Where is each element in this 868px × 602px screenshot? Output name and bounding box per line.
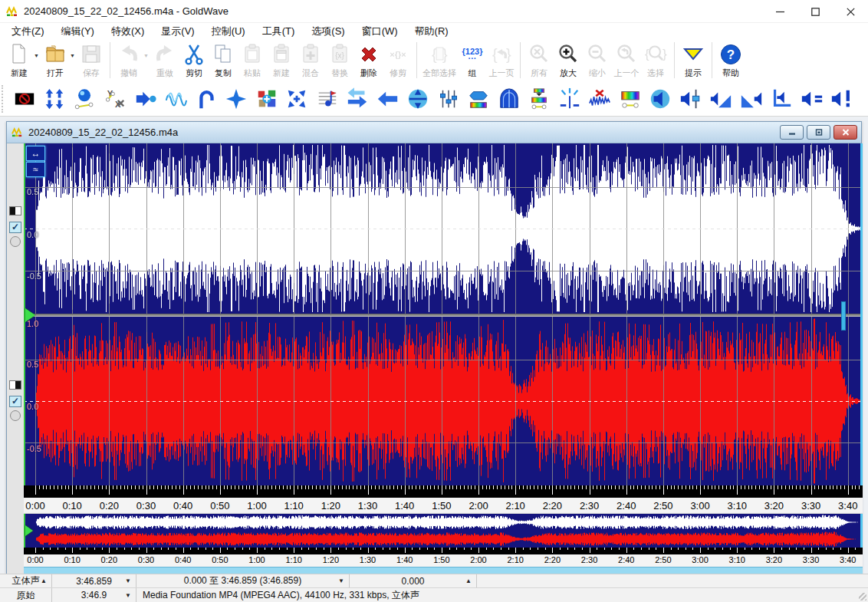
toolbar-label: 组 [469, 67, 477, 79]
overview-ruler-ticks[interactable] [24, 548, 863, 554]
noise-reduction-button[interactable] [585, 84, 616, 113]
equalizer-button[interactable] [433, 84, 464, 113]
mechanize-star-button[interactable] [222, 84, 252, 113]
document-title-bar[interactable]: 20240809_15_22_02_12456.m4a [7, 122, 861, 143]
time-label: 0:50 [212, 555, 228, 564]
status-up-arrow-icon[interactable]: ▲ [41, 577, 47, 584]
doc-restore-button[interactable] [807, 125, 830, 140]
menu-item-2[interactable]: 特效(X) [103, 23, 153, 41]
resize-grip[interactable] [859, 593, 866, 600]
expression-xy-button[interactable]: YX [100, 84, 131, 113]
zoom-in-button[interactable]: 放大 [554, 41, 583, 80]
status-cell: Media Foundation MP4 (MPEG4 AAC), 44100 … [136, 588, 868, 602]
help-button[interactable]: ?帮助 [716, 41, 745, 80]
wave-shape-button[interactable] [161, 84, 192, 113]
menu-item-3[interactable]: 显示(V) [153, 23, 202, 41]
maximize-button[interactable] [797, 0, 833, 23]
spectrum-filter-button[interactable] [524, 84, 555, 113]
hint-icon [681, 42, 705, 67]
status-up-arrow-icon[interactable]: ▲ [465, 577, 472, 584]
finish-marker-handle[interactable] [841, 301, 846, 331]
doc-minimize-button[interactable] [780, 125, 804, 140]
left-channel-checkbox[interactable]: ✓ [9, 222, 21, 233]
time-label: 3:30 [801, 500, 820, 512]
status-cell: 3:46.9▼ [52, 588, 136, 602]
toolbar-grip[interactable] [2, 85, 5, 113]
right-channel-radio[interactable] [10, 410, 21, 421]
menu-item-5[interactable]: 工具(T) [254, 23, 304, 41]
fade-in-button[interactable] [706, 84, 737, 113]
noise-gate-doors-button[interactable] [494, 84, 524, 113]
right-channel-checkbox[interactable]: ✓ [9, 396, 21, 407]
folder-open-dropdown-arrow-icon[interactable]: ▼ [70, 53, 77, 58]
status-bar: 立体声▲3:46.859▼0.000 至 3:46.859 (3:46.859)… [0, 574, 868, 602]
selection-move-tool[interactable]: ↔ [26, 146, 45, 161]
menu-item-4[interactable]: 控制(U) [203, 23, 254, 41]
status-down-arrow-icon[interactable]: ▼ [125, 592, 131, 599]
selection-wave-tool[interactable]: ≈ [26, 162, 45, 177]
finish-marker-line[interactable] [860, 143, 863, 485]
overview-waveform[interactable] [24, 514, 863, 548]
status-down-arrow-icon[interactable]: ▼ [338, 577, 344, 584]
volume-equalize-button[interactable] [797, 84, 827, 113]
delete-button[interactable]: 删除 [354, 41, 383, 80]
playback-speaker-button[interactable] [646, 84, 676, 113]
equalizer-icon [437, 87, 460, 110]
zoom-out-icon [585, 42, 610, 67]
doc-new-dropdown-arrow-icon[interactable]: ▼ [34, 53, 41, 58]
start-marker-triangle-icon[interactable] [25, 308, 35, 322]
time-label: 2:30 [580, 500, 599, 512]
right-channel-waveform[interactable] [24, 317, 863, 485]
toolbar-label: 缩小 [589, 67, 606, 79]
time-label: 2:10 [506, 500, 525, 512]
left-channel-indicator-icon[interactable] [9, 206, 21, 215]
time-label: 0:10 [64, 555, 80, 564]
pop-click-button[interactable] [554, 84, 585, 113]
volume-slider-button[interactable] [676, 84, 706, 113]
zoom-out-button: 缩小 [583, 41, 612, 80]
volume-maximize-button[interactable] [827, 84, 858, 113]
interpolate-button[interactable] [252, 84, 282, 113]
copy-icon [211, 42, 235, 67]
invert-flip-button[interactable] [403, 84, 434, 113]
mix-converge-button[interactable] [282, 84, 313, 113]
hint-button[interactable]: 提示 [679, 41, 708, 80]
dynamics-ball-icon [74, 87, 97, 110]
menu-item-6[interactable]: 选项(S) [303, 23, 353, 41]
copy-button[interactable]: 复制 [209, 41, 238, 80]
cut-button[interactable]: 剪切 [179, 41, 209, 80]
menu-item-1[interactable]: 编辑(Y) [53, 23, 103, 41]
band-filter-button[interactable] [464, 84, 495, 113]
spectrum-shape-button[interactable] [615, 84, 646, 113]
mute-button[interactable] [9, 84, 40, 113]
right-channel-indicator-icon[interactable] [9, 380, 21, 390]
doc-new-button[interactable]: 新建 [5, 41, 34, 80]
doppler-button[interactable] [343, 84, 373, 113]
time-label: 1:10 [284, 500, 304, 512]
time-ruler-ticks[interactable] [24, 485, 863, 498]
toolbar-label: 保存 [83, 67, 100, 79]
left-channel-waveform[interactable] [24, 143, 863, 314]
reverse-button[interactable] [373, 84, 403, 113]
minimize-button[interactable] [762, 0, 797, 23]
menu-item-8[interactable]: 帮助(R) [406, 23, 457, 41]
pitch-button[interactable] [312, 84, 343, 113]
menu-item-0[interactable]: 文件(Z) [3, 23, 53, 41]
mix-button: 混合 [296, 41, 325, 80]
offset-button[interactable] [130, 84, 161, 113]
dynamics-ball-button[interactable] [70, 84, 100, 113]
menu-item-7[interactable]: 窗口(W) [353, 23, 406, 41]
folder-open-button[interactable]: 打开 [41, 41, 70, 80]
u-turn-button[interactable] [191, 84, 222, 113]
volume-match-button[interactable] [767, 84, 797, 113]
spectrum-filter-icon [528, 87, 551, 110]
group-button[interactable]: {123}···组 [458, 41, 487, 80]
status-down-arrow-icon[interactable]: ▼ [125, 577, 131, 584]
close-button[interactable] [833, 0, 868, 23]
fade-out-button[interactable] [736, 84, 767, 113]
left-channel-radio[interactable] [10, 236, 21, 247]
adjust-updown-button[interactable] [40, 84, 71, 113]
doc-close-button[interactable] [833, 125, 857, 140]
status-cell: 立体声▲ [0, 574, 52, 587]
volume-slider-icon [679, 87, 702, 110]
